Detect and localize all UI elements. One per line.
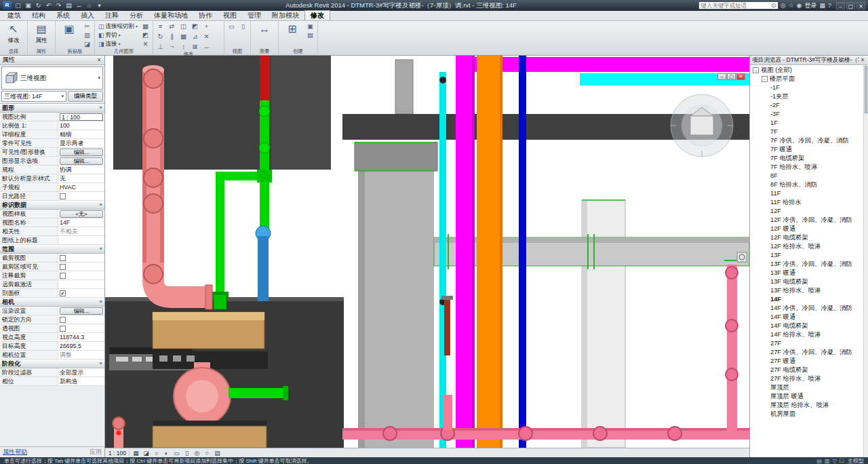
measure-ribbon-button[interactable]: ↔ <box>253 22 276 44</box>
prop-checkbox[interactable] <box>60 326 66 332</box>
move-tool[interactable]: + <box>201 22 212 31</box>
temporary-hide-isolate-icon[interactable]: ◎ <box>193 449 201 457</box>
prop-group-阶段化[interactable]: 阶段化« <box>0 360 104 368</box>
signin-icon[interactable]: ◉ <box>797 2 802 9</box>
tab-协作[interactable]: 协作 <box>193 11 218 20</box>
tree-item[interactable]: 27F <box>750 339 868 348</box>
tree-item[interactable]: 13F 电缆桥架 <box>750 277 868 286</box>
close-hidden-windows-button[interactable]: ▯ <box>238 22 248 31</box>
tab-结构[interactable]: 结构 <box>26 11 51 20</box>
orange-duct-riser[interactable] <box>477 56 502 448</box>
sync-button[interactable]: ↻ <box>34 1 43 9</box>
tab-系统[interactable]: 系统 <box>51 11 75 20</box>
collapse-icon[interactable]: « <box>100 245 102 253</box>
prop-row[interactable]: 详细程度精细 <box>0 130 104 139</box>
prop-input[interactable]: 1 : 100 <box>60 113 103 121</box>
prop-row[interactable]: 规程协调 <box>0 166 104 174</box>
join-geometry-button[interactable]: ◨连接▾ <box>97 39 139 48</box>
edit-type-button[interactable]: 编辑类型 <box>68 91 103 102</box>
tree-item[interactable]: -2F <box>750 101 868 110</box>
prop-row[interactable]: 渲染设置编辑... <box>0 307 104 315</box>
prop-checkbox[interactable] <box>60 264 66 270</box>
scale-tool[interactable]: ⊿ <box>190 32 200 41</box>
prop-row[interactable]: 子规程HVAC <box>0 183 104 192</box>
restore-button[interactable]: ▢ <box>846 2 855 9</box>
tree-item[interactable]: 7F 冷供、冷回、冷凝、消防 <box>750 136 868 145</box>
reveal-hidden-elements-icon[interactable]: ○ <box>203 449 212 457</box>
prop-row[interactable]: 默认分析显示样式无 <box>0 174 104 183</box>
prop-checkbox[interactable] <box>60 273 66 279</box>
prop-group-标识数据[interactable]: 标识数据« <box>0 201 104 210</box>
navy-pipe-riser[interactable] <box>519 56 526 448</box>
tree-item[interactable]: 12F <box>750 207 868 216</box>
tree-item[interactable]: 14F 冷供、冷回、冷凝、消防 <box>750 304 868 313</box>
close-button[interactable]: ✕ <box>856 2 865 9</box>
split-face-button[interactable]: ▦ <box>140 22 151 31</box>
temporary-view-properties-icon[interactable]: ▤ <box>213 449 222 457</box>
browser-scrollbar[interactable] <box>863 65 868 457</box>
valve-sphere[interactable] <box>439 77 446 83</box>
column-capital[interactable] <box>355 142 437 171</box>
prop-button[interactable]: 编辑... <box>60 157 103 165</box>
tab-插入[interactable]: 插入 <box>75 11 100 20</box>
tree-item[interactable]: 27F 暖通 <box>750 357 868 366</box>
tree-item[interactable]: 27F 冷供、冷回、冷凝、消防 <box>750 348 868 357</box>
prop-row[interactable]: 目标高度26695.5 <box>0 342 104 351</box>
scrollbar-thumb[interactable] <box>865 66 867 113</box>
prop-row[interactable]: 远剪裁激活 <box>0 280 104 289</box>
paste-button[interactable]: ▣ <box>58 22 81 44</box>
detail-level-icon[interactable]: ▦ <box>132 449 140 457</box>
array-linear-tool[interactable]: ⊞ <box>190 42 200 51</box>
create-group-button[interactable]: ⊞ <box>281 22 304 44</box>
offset-tool[interactable]: ⇄ <box>167 22 177 31</box>
view-minimize-button[interactable]: – <box>717 73 726 80</box>
extend-tool[interactable]: ↔ <box>201 42 212 51</box>
prop-row[interactable]: 视点高度118744.3 <box>0 333 104 342</box>
prop-row[interactable]: 裁剪视图 <box>0 254 104 263</box>
signin-icon-label[interactable]: 登录 <box>804 1 816 10</box>
worksets-icon[interactable]: ▤ <box>817 458 823 464</box>
brown-pipe[interactable] <box>444 297 450 355</box>
match-type-button[interactable]: ◪ <box>82 39 92 48</box>
align-tool[interactable]: ≡ <box>155 22 165 31</box>
tab-附加模块[interactable]: 附加模块 <box>267 11 304 20</box>
tree-item[interactable]: 14F <box>750 295 868 304</box>
measure-button[interactable]: ↔ <box>75 1 83 9</box>
tree-item[interactable]: 12F 暖通 <box>750 225 868 233</box>
prop-row[interactable]: 剖面框✔ <box>0 289 104 298</box>
editable-only-checkbox[interactable]: ☐ <box>840 458 844 464</box>
open-button[interactable]: ▢ <box>14 1 22 9</box>
tab-体量和场地[interactable]: 体量和场地 <box>149 11 193 20</box>
project-browser-close-icon[interactable]: ✕ <box>859 57 866 63</box>
prop-button[interactable]: 编辑... <box>60 149 103 156</box>
tree-item[interactable]: 14F 暖通 <box>750 313 868 322</box>
search-go-icon[interactable]: ⊙ <box>771 2 776 9</box>
prop-row[interactable]: 图形显示选项编辑... <box>0 157 104 166</box>
type-selector[interactable]: 三维视图 ▾ <box>1 66 103 90</box>
green-pipe-drop[interactable] <box>216 172 224 301</box>
tree-item[interactable]: 机房屋面 <box>750 410 868 419</box>
prop-row[interactable]: 视图比例1 : 100 <box>0 113 104 121</box>
join-end-cut-button[interactable]: ◫连接端切割▾ <box>97 22 139 31</box>
tree-item[interactable]: 13F 给排水、喷淋 <box>750 286 868 295</box>
green-pump-pipe[interactable] <box>229 388 285 398</box>
magenta-duct-riser[interactable] <box>456 56 475 448</box>
print-button[interactable]: ▤ <box>64 1 73 9</box>
prop-group-相机[interactable]: 相机« <box>0 298 104 307</box>
tree-item[interactable]: 7F 电缆桥架 <box>750 154 868 163</box>
blue-pipe-riser[interactable] <box>258 236 269 301</box>
prop-group-范围[interactable]: 范围« <box>0 245 104 254</box>
tree-item[interactable]: 11F 给排水 <box>750 198 868 207</box>
pink-main-pipe[interactable] <box>342 427 749 440</box>
tab-管理[interactable]: 管理 <box>242 11 267 20</box>
search-input[interactable] <box>701 2 771 9</box>
exchange-apps-icon[interactable]: ▦ <box>819 2 825 9</box>
show-crop-icon[interactable]: ▯ <box>182 449 191 457</box>
scroll-grip[interactable] <box>737 252 747 262</box>
magenta-pipe-horizontal[interactable] <box>475 57 749 72</box>
mirror-project-tool[interactable]: ◫ <box>178 22 189 31</box>
design-options-icon[interactable]: ▥ <box>825 458 830 464</box>
help-icon[interactable]: ? <box>828 2 831 9</box>
minimize-button[interactable]: – <box>836 2 845 9</box>
apply-button[interactable]: 应用 <box>90 448 102 457</box>
